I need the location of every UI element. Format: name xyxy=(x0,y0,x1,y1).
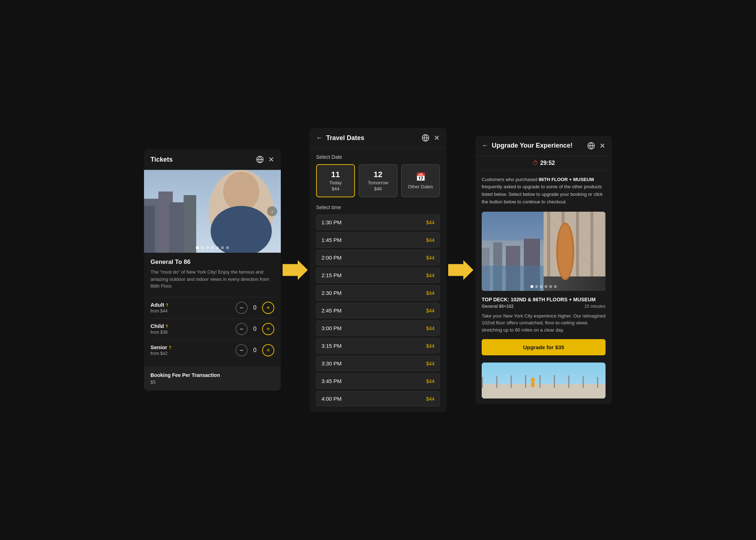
opt-name-adult: Adult? xyxy=(150,302,235,308)
ticket-option-child: Child? from $38 − 0 + xyxy=(150,318,274,339)
day-label-today: Today xyxy=(320,180,351,185)
hero-next-arrow[interactable]: › xyxy=(267,206,277,216)
upgrade-back-btn[interactable]: ← xyxy=(482,142,488,149)
time-text-4: 2:15 PM xyxy=(321,272,342,278)
time-slot-7[interactable]: 3:00 PM $44 xyxy=(316,320,440,336)
upgrade-product-title: TOP DECK: 102ND & 86TH FLOORS + MUSEUM xyxy=(482,297,606,302)
time-text-2: 1:45 PM xyxy=(321,237,342,243)
product-desc: The "must do" of New York City! Enjoy th… xyxy=(150,269,274,290)
upgrade-header: ← Upgrade Your Experience! ✕ xyxy=(475,136,612,156)
date-btn-tomorrow[interactable]: 12 Tomorrow $46 xyxy=(359,164,397,197)
upgrade-bold-product: 86TH FLOOR + MUSEUM xyxy=(539,177,594,182)
time-price-2: $44 xyxy=(426,237,435,243)
svg-rect-7 xyxy=(184,195,196,253)
time-slot-8[interactable]: 3:15 PM $44 xyxy=(316,338,440,354)
date-btn-today[interactable]: 11 Today $44 xyxy=(316,164,355,197)
time-price-5: $44 xyxy=(426,290,435,296)
time-text-5: 2:30 PM xyxy=(321,290,342,296)
help-child[interactable]: ? xyxy=(166,324,168,329)
arrow-shape-1 xyxy=(283,260,308,280)
timer-text: 29:52 xyxy=(540,160,555,166)
time-price-10: $44 xyxy=(426,378,435,384)
upgrade-subtitle: General 86+102 xyxy=(482,304,513,309)
time-slot-6[interactable]: 2:45 PM $44 xyxy=(316,303,440,318)
select-time-label: Select time xyxy=(316,204,440,210)
dates-body: Select Date 11 Today $44 12 Tomorrow $46… xyxy=(310,148,446,412)
time-slot-9[interactable]: 3:30 PM $44 xyxy=(316,356,440,371)
svg-point-45 xyxy=(531,378,535,382)
upgrade-image2 xyxy=(482,363,606,399)
dates-panel: ← Travel Dates ✕ Select Date 11 Today $4… xyxy=(310,128,446,412)
upgrade-close-icon[interactable]: ✕ xyxy=(599,141,606,150)
tickets-body: General To 86 The "must do" of New York … xyxy=(144,253,281,391)
product-title: General To 86 xyxy=(150,258,274,266)
day-label-tomorrow: Tomorrow xyxy=(362,180,394,185)
ticket-option-adult: Adult? from $44 − 0 + xyxy=(150,297,274,318)
time-slot-2[interactable]: 1:45 PM $44 xyxy=(316,232,440,248)
opt-price-senior: from $42 xyxy=(150,351,235,356)
dates-globe-icon[interactable] xyxy=(422,134,429,142)
help-adult[interactable]: ? xyxy=(166,303,168,308)
booking-fee: Booking Fee Per Transaction $5 xyxy=(144,366,281,391)
stepper-child: − 0 + xyxy=(235,323,274,335)
timer-bar: ⏱ 29:52 xyxy=(475,156,612,170)
timer-content: ⏱ 29:52 xyxy=(479,160,608,166)
time-price-3: $44 xyxy=(426,255,435,261)
upgrade-duration: 15 minutes xyxy=(584,304,606,309)
day-price-tomorrow: $46 xyxy=(362,186,394,192)
time-price-1: $44 xyxy=(426,220,435,225)
time-text-3: 2:00 PM xyxy=(321,255,342,261)
opt-info-senior: Senior? from $42 xyxy=(150,344,235,356)
time-slot-4[interactable]: 2:15 PM $44 xyxy=(316,267,440,283)
time-slot-5[interactable]: 2:30 PM $44 xyxy=(316,285,440,301)
time-text-11: 4:00 PM xyxy=(321,396,342,402)
day-num-today: 11 xyxy=(320,170,351,179)
svg-point-32 xyxy=(558,224,572,278)
time-slot-3[interactable]: 2:00 PM $44 xyxy=(316,250,440,265)
time-slot-10[interactable]: 3:45 PM $44 xyxy=(316,373,440,389)
increment-adult[interactable]: + xyxy=(262,302,274,314)
count-senior: 0 xyxy=(251,347,258,354)
increment-child[interactable]: + xyxy=(262,323,274,335)
upgrade-panel: ← Upgrade Your Experience! ✕ ⏱ 29:52 Cus… xyxy=(475,136,612,405)
svg-rect-30 xyxy=(544,276,606,291)
help-senior[interactable]: ? xyxy=(169,345,171,350)
upgrade-title: Upgrade Your Experience! xyxy=(492,142,587,149)
upgrade-desc: Take your New York City experience highe… xyxy=(482,312,606,334)
dates-close-icon[interactable]: ✕ xyxy=(434,134,440,142)
upgrade-image-dots xyxy=(531,285,557,288)
time-text-9: 3:30 PM xyxy=(321,360,342,366)
time-slot-1[interactable]: 1:30 PM $44 xyxy=(316,215,440,230)
upgrade-intro: Customers who purchased 86TH FLOOR + MUS… xyxy=(482,176,606,206)
time-price-6: $44 xyxy=(426,308,435,314)
globe-icon[interactable] xyxy=(256,156,264,163)
time-price-7: $44 xyxy=(426,325,435,331)
ticket-option-senior: Senior? from $42 − 0 + xyxy=(150,339,274,361)
calendar-icon: 📅 xyxy=(416,172,426,182)
other-dates-label: Other Dates xyxy=(408,184,433,189)
decrement-adult[interactable]: − xyxy=(235,302,248,314)
day-price-today: $44 xyxy=(320,186,351,192)
tickets-title: Tickets xyxy=(150,156,256,163)
fee-amount: $5 xyxy=(150,379,274,385)
close-icon[interactable]: ✕ xyxy=(268,155,274,164)
upgrade-button[interactable]: Upgrade for $35 xyxy=(482,339,606,355)
svg-rect-46 xyxy=(531,382,535,387)
svg-point-9 xyxy=(223,172,259,211)
hero-image: › xyxy=(144,170,281,253)
arrow-shape-2 xyxy=(448,260,473,280)
time-text-7: 3:00 PM xyxy=(321,325,342,331)
dates-title: Travel Dates xyxy=(326,134,422,142)
time-text-1: 1:30 PM xyxy=(321,219,342,225)
tickets-panel: Tickets ✕ xyxy=(144,149,281,391)
time-text-6: 2:45 PM xyxy=(321,307,342,314)
upgrade-globe-icon[interactable] xyxy=(587,142,595,150)
increment-senior[interactable]: + xyxy=(262,344,274,356)
decrement-child[interactable]: − xyxy=(235,323,248,335)
decrement-senior[interactable]: − xyxy=(235,344,248,356)
timer-icon: ⏱ xyxy=(532,160,538,166)
time-slot-11[interactable]: 4:00 PM $44 xyxy=(316,391,440,406)
date-btn-other[interactable]: 📅 Other Dates xyxy=(401,164,440,197)
dates-back-btn[interactable]: ← xyxy=(316,134,323,142)
time-price-4: $44 xyxy=(426,273,435,278)
